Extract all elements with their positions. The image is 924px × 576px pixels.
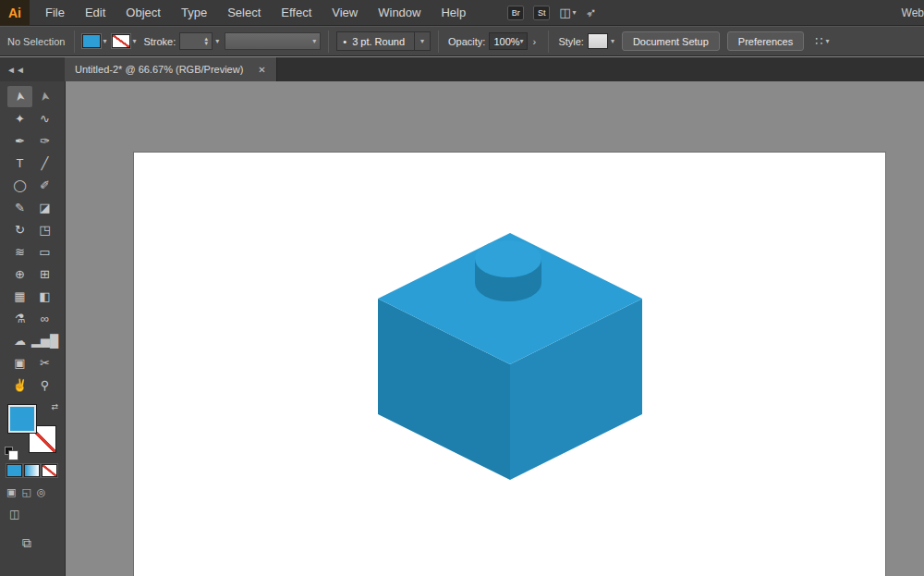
chevron-down-icon: ▾ — [420, 37, 424, 45]
monitor-icon: ⧉ — [22, 535, 31, 550]
document-tab-bar: ◄◄ Untitled-2* @ 66.67% (RGB/Preview) ✕ — [0, 57, 924, 81]
tool-pencil[interactable]: ✎ — [7, 197, 32, 218]
draw-normal-icon[interactable]: ▣ — [6, 486, 16, 498]
stepper-arrows-icon[interactable]: ▲▼ — [203, 37, 209, 46]
menu-view[interactable]: View — [322, 0, 368, 25]
tool-mesh[interactable]: ▦ — [7, 286, 32, 307]
tool-zoom[interactable]: ⚲ — [32, 374, 57, 396]
opacity-input[interactable]: 100% ▾ — [489, 32, 528, 50]
style-label[interactable]: Style: — [558, 36, 584, 47]
pencil-tool-icon: ✎ — [15, 201, 25, 214]
opacity-panel-button[interactable]: › — [528, 32, 541, 50]
stroke-color-control[interactable]: ▾ — [112, 34, 136, 48]
fill-color-swatch[interactable] — [82, 34, 101, 48]
draw-inside-icon[interactable]: ◎ — [37, 486, 46, 498]
fill-stroke-indicator[interactable]: ⇄ — [8, 405, 56, 453]
tool-artboard[interactable]: ▣ — [7, 352, 32, 374]
draw-behind-icon[interactable]: ◱ — [21, 486, 30, 498]
stroke-color-swatch[interactable] — [112, 34, 130, 48]
chevron-down-icon[interactable]: ▾ — [215, 37, 219, 45]
tool-eraser[interactable]: ◪ — [32, 197, 57, 218]
variable-width-profile-dropdown[interactable]: ▾ — [225, 32, 321, 50]
tool-scale[interactable]: ◳ — [32, 219, 57, 240]
tool-selection[interactable]: ➤ — [7, 86, 32, 107]
tool-column-graph[interactable]: ▂▅█ — [32, 330, 57, 351]
gpu-performance-button[interactable]: ➳ — [586, 6, 596, 19]
tool-lasso[interactable]: ∿ — [32, 108, 57, 129]
menu-object[interactable]: Object — [116, 0, 171, 25]
arrange-documents-icon: ◫ — [559, 6, 570, 19]
swap-fill-stroke-icon[interactable]: ⇄ — [51, 402, 58, 411]
divider — [328, 31, 329, 53]
scale-tool-icon: ◳ — [39, 223, 50, 237]
preferences-button[interactable]: Preferences — [727, 31, 804, 51]
tool-pen[interactable]: ✒ — [7, 130, 32, 152]
magic-wand-tool-icon: ✦ — [15, 112, 25, 126]
tool-line-segment[interactable]: ╱ — [32, 153, 57, 174]
direct-selection-tool-icon: ➤ — [37, 91, 53, 103]
mesh-tool-icon: ▦ — [14, 289, 25, 303]
document-setup-button[interactable]: Document Setup — [622, 31, 720, 51]
menu-file[interactable]: File — [35, 0, 75, 25]
tools-panel-collapse-button[interactable]: ◄◄ — [0, 57, 65, 81]
menu-window[interactable]: Window — [368, 0, 431, 25]
tool-type[interactable]: T — [7, 153, 32, 174]
control-bar: No Selection ▾ ▾ Stroke: ▲▼ ▾ ▾ • 3 pt. … — [0, 26, 924, 56]
arrange-documents-button[interactable]: ◫ ▾ — [559, 6, 576, 19]
style-swatch[interactable] — [588, 33, 608, 49]
app-logo: Ai — [0, 0, 30, 25]
menu-type[interactable]: Type — [171, 0, 217, 25]
paintbrush-tool-icon: ✐ — [40, 178, 50, 192]
tool-hand[interactable]: ✌ — [7, 374, 32, 396]
workspace-switcher[interactable]: Web — [902, 6, 924, 19]
divider — [438, 31, 439, 53]
fill-color-control[interactable]: ▾ — [82, 34, 106, 48]
tool-symbol-sprayer[interactable]: ☁ — [7, 330, 32, 351]
canvas-area[interactable] — [66, 81, 924, 576]
stroke-weight-label[interactable]: Stroke: — [143, 36, 176, 47]
menu-items: FileEditObjectTypeSelectEffectViewWindow… — [35, 0, 476, 25]
tool-paintbrush[interactable]: ✐ — [32, 175, 57, 196]
gradient-button[interactable] — [24, 464, 40, 477]
tool-magic-wand[interactable]: ✦ — [7, 108, 32, 129]
line-segment-tool-icon: ╱ — [42, 156, 49, 170]
align-options-button[interactable]: ∷ ▾ — [815, 34, 829, 48]
none-button[interactable] — [42, 464, 57, 477]
slice-tool-icon: ✂ — [40, 356, 50, 370]
rotate-tool-icon: ↻ — [15, 223, 25, 237]
tool-width[interactable]: ≋ — [7, 241, 32, 263]
document-tab[interactable]: Untitled-2* @ 66.67% (RGB/Preview) ✕ — [65, 57, 277, 81]
stock-button[interactable]: St — [533, 6, 550, 20]
tool-ellipse[interactable]: ◯ — [7, 175, 32, 196]
shape-builder-tool-icon: ⊕ — [15, 267, 25, 281]
opacity-label[interactable]: Opacity: — [448, 36, 485, 47]
tool-blend[interactable]: ∞ — [32, 308, 57, 329]
fill-indicator[interactable] — [8, 405, 36, 433]
close-icon[interactable]: ✕ — [258, 65, 265, 75]
selection-status: No Selection — [7, 36, 67, 47]
tool-curvature[interactable]: ✑ — [32, 130, 57, 152]
tool-shape-builder[interactable]: ⊕ — [7, 263, 32, 285]
tool-free-transform[interactable]: ▭ — [32, 241, 57, 263]
tool-perspective-grid[interactable]: ⊞ — [32, 263, 57, 285]
screen-mode-monitor-button[interactable]: ⧉ — [22, 535, 65, 551]
menu-effect[interactable]: Effect — [271, 0, 322, 25]
tool-gradient[interactable]: ◧ — [32, 286, 57, 307]
menu-select[interactable]: Select — [217, 0, 271, 25]
opacity-value: 100% — [493, 36, 519, 47]
default-fill-stroke-icon[interactable] — [5, 447, 13, 455]
bridge-button[interactable]: Br — [507, 6, 524, 20]
tool-slice[interactable]: ✂ — [32, 352, 57, 374]
tool-direct-selection[interactable]: ➤ — [32, 86, 57, 107]
menu-edit[interactable]: Edit — [75, 0, 116, 25]
color-button[interactable] — [6, 464, 22, 477]
tool-rotate[interactable]: ↻ — [7, 219, 32, 240]
symbol-sprayer-tool-icon: ☁ — [14, 334, 26, 348]
menu-help[interactable]: Help — [431, 0, 476, 25]
artboard[interactable] — [134, 153, 885, 576]
brush-definition-dropdown[interactable]: • 3 pt. Round ▾ — [336, 31, 431, 51]
stroke-weight-stepper[interactable]: ▲▼ — [179, 32, 213, 50]
change-screen-mode-button[interactable]: ◫ — [9, 508, 65, 521]
chevron-down-icon[interactable]: ▾ — [611, 37, 614, 45]
tool-eyedropper[interactable]: ⚗ — [7, 308, 32, 329]
